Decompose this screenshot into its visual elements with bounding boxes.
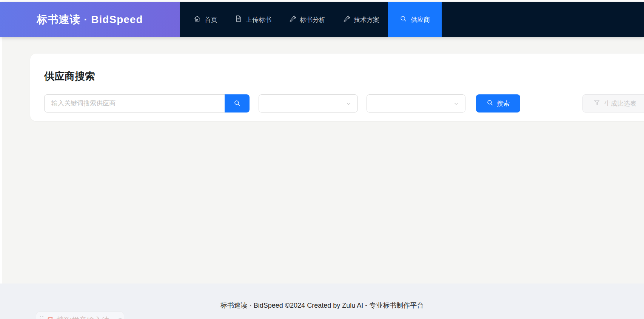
page-title: 供应商搜索 xyxy=(44,69,95,83)
nav-item-tech-solution[interactable]: 技术方案 xyxy=(334,2,388,37)
supplier-search-card: 供应商搜索 搜索 xyxy=(30,54,644,121)
footer-text: 标书速读 · BidSpeed ©2024 Created by Zulu AI… xyxy=(0,284,644,310)
keyword-search-group xyxy=(44,94,250,112)
nav-item-label: 标书分析 xyxy=(300,15,325,24)
wrench-icon xyxy=(343,15,350,24)
sogou-logo-icon: S xyxy=(47,315,53,319)
search-input[interactable] xyxy=(44,94,225,112)
generate-comparison-button[interactable]: 生成比选表 xyxy=(582,94,644,112)
search-button-label: 搜索 xyxy=(497,99,510,108)
main-content: 供应商搜索 搜索 xyxy=(2,37,644,284)
nav-item-upload-bid[interactable]: 上传标书 xyxy=(226,2,280,37)
app-header: 标书速读 · BidSpeed 首页 上传标书 标书分析 技术方案 xyxy=(0,2,644,37)
home-icon xyxy=(194,15,201,24)
file-icon xyxy=(235,15,242,24)
filter-select-1[interactable] xyxy=(259,94,358,112)
wrench-icon xyxy=(289,15,296,24)
search-icon xyxy=(234,100,240,108)
search-icon-button[interactable] xyxy=(225,94,250,112)
nav-item-home[interactable]: 首页 xyxy=(185,2,226,37)
nav-item-label: 供应商 xyxy=(411,15,430,24)
nav-item-label: 上传标书 xyxy=(246,15,271,24)
main-nav: 首页 上传标书 标书分析 技术方案 供应商 xyxy=(185,2,442,37)
filter-select-2[interactable] xyxy=(367,94,465,112)
nav-item-label: 技术方案 xyxy=(354,15,379,24)
ime-toolbar[interactable]: S 搜狗拼音输入法 xyxy=(36,311,124,319)
brand-logo[interactable]: 标书速读 · BidSpeed xyxy=(0,2,180,37)
search-icon xyxy=(400,15,407,24)
generate-button-label: 生成比选表 xyxy=(604,99,636,108)
drag-handle-icon[interactable] xyxy=(40,315,43,319)
nav-item-suppliers[interactable]: 供应商 xyxy=(388,2,442,37)
ime-name: 搜狗拼音输入法 xyxy=(57,315,109,319)
filter-funnel-icon xyxy=(593,99,600,108)
search-icon xyxy=(487,99,493,108)
search-button[interactable]: 搜索 xyxy=(476,94,520,112)
nav-item-label: 首页 xyxy=(205,15,217,24)
nav-item-bid-analysis[interactable]: 标书分析 xyxy=(280,2,334,37)
